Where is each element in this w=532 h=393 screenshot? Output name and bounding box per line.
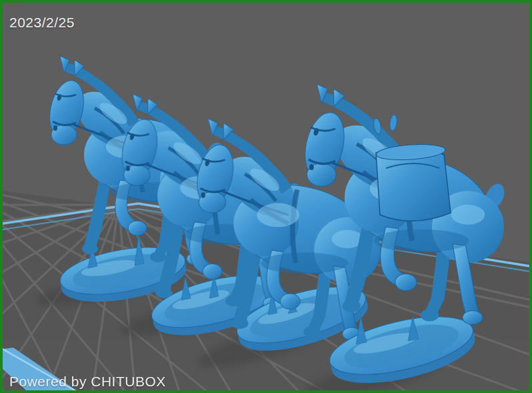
- viewport-3d[interactable]: [3, 3, 529, 390]
- chitubox-window: 2023/2/25 Powered by CHITUBOX: [0, 0, 532, 393]
